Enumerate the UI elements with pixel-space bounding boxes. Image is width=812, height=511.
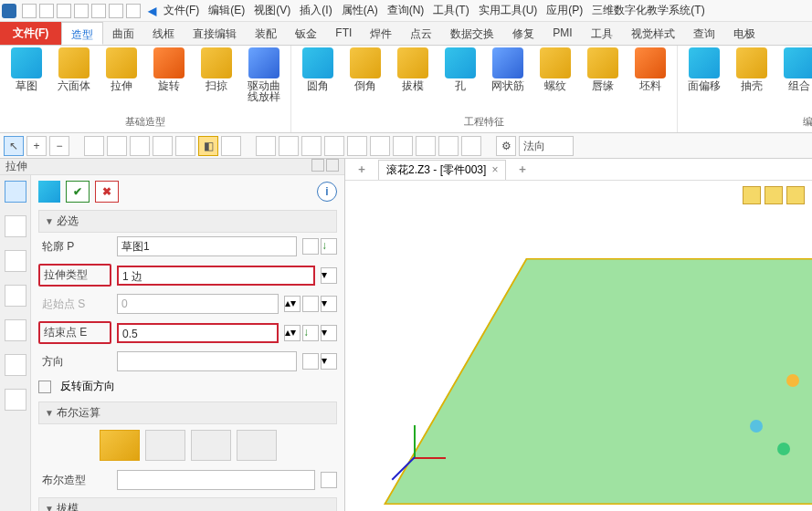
normal-dropdown[interactable]: 法向 [519,136,574,156]
input-end[interactable]: 0.5 [117,323,279,343]
menu-tools[interactable]: 工具(T) [429,1,472,20]
refresh-icon[interactable] [126,4,141,18]
filter3-icon[interactable] [130,136,150,156]
tab-surface[interactable]: 曲面 [103,22,143,45]
menu-3dteach[interactable]: 三维数字化教学系统(T) [588,1,708,20]
sidenav-image-icon[interactable] [5,319,26,341]
tab-dataex[interactable]: 数据交换 [441,22,503,45]
pin-icon[interactable] [311,159,324,172]
filter6-icon[interactable]: ◧ [198,136,218,156]
cmd-extrude[interactable]: 拉伸 [100,47,142,91]
cmd-faceoffset[interactable]: 面偏移 [683,47,725,91]
tab-wireframe[interactable]: 线框 [143,22,184,45]
back-arrow-icon[interactable]: ◀ [146,5,158,17]
print-icon[interactable] [74,4,89,18]
dd-icon[interactable]: ▾ [321,296,337,312]
cmd-lip[interactable]: 唇缘 [582,47,624,91]
filter1-icon[interactable] [84,136,104,156]
input-direction[interactable] [117,351,297,371]
filter7-icon[interactable] [221,136,241,156]
cmd-hexahedron[interactable]: 六面体 [53,47,95,91]
snap1-icon[interactable] [256,136,276,156]
viewcube-node[interactable] [750,420,763,433]
cmd-sketch[interactable]: 草图 [5,47,47,91]
cmd-shell[interactable]: 抽壳 [731,47,773,91]
plus-icon[interactable]: + [26,136,47,156]
tab-directedit[interactable]: 直接编辑 [184,22,246,45]
snap5-icon[interactable] [347,136,367,156]
cmd-chamfer[interactable]: 倒角 [344,47,386,91]
menu-query[interactable]: 查询(N) [384,1,428,20]
pick-dir-icon[interactable] [302,353,319,370]
checkbox-flip[interactable] [38,381,51,393]
tab-query[interactable]: 查询 [684,22,724,45]
bool-base-button[interactable] [100,430,140,461]
sidenav-view-icon[interactable] [5,285,26,307]
filter4-icon[interactable] [153,136,173,156]
down-arrow-icon[interactable]: ↓ [321,238,337,255]
cmd-draft[interactable]: 拔模 [392,47,434,91]
snap4-icon[interactable] [324,136,344,156]
view-cube[interactable] [741,374,805,456]
cmd-hole[interactable]: 孔 [439,47,481,91]
dropdown-icon[interactable]: ▾ [321,267,337,284]
pick-icon[interactable] [321,472,337,488]
sidenav-feature-icon[interactable] [5,181,26,203]
minus-icon[interactable]: − [49,136,69,156]
snap10-icon[interactable] [461,136,481,156]
viewcube-node[interactable] [777,443,790,455]
cmd-combine[interactable]: 组合 [778,47,812,91]
new-icon[interactable] [22,4,37,18]
snap9-icon[interactable] [438,136,459,156]
ok-button[interactable]: ✔ [66,181,90,203]
menu-view[interactable]: 视图(V) [250,1,294,20]
tab-repair[interactable]: 修复 [503,22,543,45]
cmd-fillet[interactable]: 圆角 [297,47,339,91]
tab-tools[interactable]: 工具 [582,22,622,45]
spinner-icon[interactable]: ▴▾ [284,296,301,312]
snap3-icon[interactable] [301,136,322,156]
cancel-button[interactable]: ✖ [95,181,119,203]
tab-electrode[interactable]: 电极 [724,22,765,45]
tab-weld[interactable]: 焊件 [361,22,401,45]
file-tab[interactable]: 文件(F) [0,22,61,45]
tab-pmi[interactable]: PMI [543,22,581,45]
sidenav-user-icon[interactable] [5,354,26,376]
viewcube-node[interactable] [786,374,799,387]
tab-visualstyle[interactable]: 视觉样式 [622,22,684,45]
info-button[interactable]: i [317,182,337,202]
redo-icon[interactable] [109,4,123,18]
canvas-3d[interactable] [345,181,812,511]
section-draft[interactable]: 拔模 [38,497,337,511]
sidenav-tree-icon[interactable] [5,215,26,237]
tab-fti[interactable]: FTI [326,22,361,45]
menu-insert[interactable]: 插入(I) [296,1,335,20]
cmd-thread[interactable]: 螺纹 [534,47,576,91]
close-icon[interactable] [326,159,339,172]
section-boolean[interactable]: 布尔运算 [38,402,337,424]
pick-icon[interactable] [302,238,319,255]
close-icon[interactable]: × [491,163,498,176]
sidenav-link-icon[interactable] [5,389,26,411]
undo-icon[interactable] [91,4,106,18]
snap8-icon[interactable] [416,136,436,156]
bool-add-button[interactable] [145,430,185,461]
filter5-icon[interactable] [175,136,195,156]
snap6-icon[interactable] [370,136,390,156]
add-doc-button[interactable]: ＋ [351,162,373,177]
dd-icon[interactable]: ▾ [321,353,337,370]
tab-sheetmetal[interactable]: 钣金 [286,22,326,45]
menu-app[interactable]: 应用(P) [543,1,586,20]
cmd-revolve[interactable]: 旋转 [148,47,190,91]
input-type[interactable]: 1 边 [117,266,315,286]
bool-sub-button[interactable] [191,430,231,461]
section-required[interactable]: 必选 [38,210,337,233]
cmd-loft[interactable]: 驱动曲线放样 [243,47,285,102]
tab-modeling[interactable]: 造型 [61,22,103,45]
sidenav-layer-icon[interactable] [5,250,26,272]
gear-icon[interactable]: ⚙ [496,136,516,156]
bool-intersect-button[interactable] [237,430,277,461]
snap7-icon[interactable] [393,136,413,156]
cmd-sweep[interactable]: 扫掠 [195,47,237,91]
input-start[interactable]: 0 [117,294,279,314]
